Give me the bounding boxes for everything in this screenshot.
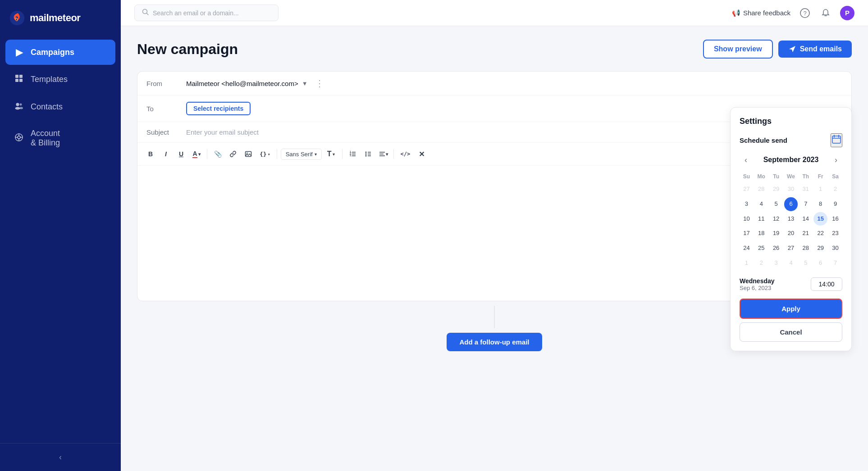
calendar-day[interactable]: 5: [769, 197, 783, 211]
variables-button[interactable]: {}▾: [257, 147, 273, 161]
user-avatar[interactable]: P: [840, 6, 854, 20]
attachment-button[interactable]: 📎: [211, 147, 224, 161]
svg-rect-2: [19, 75, 23, 78]
calendar-day[interactable]: 11: [754, 212, 768, 226]
search-bar[interactable]: Search an email or a domain...: [134, 5, 279, 21]
image-button[interactable]: [242, 147, 255, 161]
selected-date-text: Wednesday Sep 6, 2023: [740, 277, 775, 291]
topbar: Search an email or a domain... 📢 Share f…: [121, 0, 868, 26]
from-selector[interactable]: Mailmeteor <hello@mailmeteor.com> ▼: [186, 80, 308, 87]
calendar-day[interactable]: 9: [828, 197, 842, 211]
add-followup-button[interactable]: Add a follow-up email: [447, 333, 542, 351]
align-button[interactable]: ▾: [377, 147, 390, 161]
calendar-day: 2: [828, 182, 842, 196]
svg-point-5: [16, 103, 19, 106]
code-button[interactable]: </>: [397, 147, 413, 161]
calendar-day[interactable]: 27: [784, 241, 798, 255]
calendar-day[interactable]: 23: [828, 226, 842, 240]
calendar-day[interactable]: 15: [813, 212, 827, 226]
to-label: To: [146, 105, 179, 113]
calendar-day[interactable]: 3: [740, 197, 754, 211]
show-preview-button[interactable]: Show preview: [703, 40, 773, 59]
calendar-day[interactable]: 24: [740, 241, 754, 255]
calendar-day[interactable]: 6: [784, 197, 798, 211]
selected-datetime: Wednesday Sep 6, 2023: [740, 277, 842, 291]
calendar-day[interactable]: 8: [813, 197, 827, 211]
sidebar-item-campaigns[interactable]: ▶ Campaigns: [5, 40, 115, 65]
svg-point-29: [365, 154, 367, 155]
calendar-day[interactable]: 4: [754, 197, 768, 211]
svg-text:3.: 3.: [350, 154, 352, 157]
send-emails-button[interactable]: Send emails: [778, 41, 852, 58]
calendar-day: 1: [813, 182, 827, 196]
sidebar-item-templates[interactable]: Templates: [5, 67, 115, 92]
dropdown-arrow-icon: ▼: [302, 80, 308, 87]
calendar-day: 3: [769, 256, 783, 270]
calendar-day: 1: [740, 256, 754, 270]
link-button[interactable]: [226, 147, 240, 161]
cancel-button[interactable]: Cancel: [740, 322, 842, 342]
calendar-day[interactable]: 22: [813, 226, 827, 240]
svg-point-30: [365, 155, 367, 157]
svg-rect-37: [832, 136, 841, 143]
unordered-list-button[interactable]: [361, 147, 375, 161]
page-header: New campaign Show preview Send emails: [137, 40, 852, 59]
calendar-day-header: Su: [740, 172, 754, 181]
contacts-icon: [14, 101, 24, 113]
help-button[interactable]: ?: [799, 7, 811, 19]
ordered-list-button[interactable]: 1.2.3.: [346, 147, 360, 161]
svg-line-16: [147, 14, 149, 15]
calendar-month-label: September 2023: [763, 156, 819, 164]
more-options-button[interactable]: ⋮: [315, 78, 324, 89]
svg-point-6: [15, 107, 20, 110]
sidebar-collapse-button[interactable]: ‹: [0, 443, 121, 471]
subject-placeholder: Enter your email subject: [186, 128, 259, 136]
color-picker-arrow: ▾: [198, 152, 201, 157]
calendar-day[interactable]: 12: [769, 212, 783, 226]
calendar-day[interactable]: 26: [769, 241, 783, 255]
calendar-day[interactable]: 28: [799, 241, 813, 255]
calendar-day: 27: [740, 182, 754, 196]
settings-title: Settings: [740, 117, 842, 126]
svg-rect-3: [15, 79, 18, 82]
calendar-day[interactable]: 14: [799, 212, 813, 226]
calendar-day[interactable]: 10: [740, 212, 754, 226]
toolbar-separator-3: [342, 149, 343, 159]
apply-button[interactable]: Apply: [740, 299, 842, 319]
sidebar-item-contacts[interactable]: Contacts: [5, 94, 115, 120]
calendar-day[interactable]: 30: [828, 241, 842, 255]
calendar-day[interactable]: 25: [754, 241, 768, 255]
clear-format-button[interactable]: ✕: [415, 147, 428, 161]
calendar-toggle-button[interactable]: [831, 133, 842, 147]
chevron-left-icon: ‹: [59, 453, 62, 462]
share-feedback-button[interactable]: 📢 Share feedback: [732, 9, 790, 17]
selected-date-label: Sep 6, 2023: [740, 285, 775, 291]
text-color-button[interactable]: A ▾: [190, 147, 203, 161]
italic-button[interactable]: I: [159, 147, 173, 161]
from-label: From: [146, 80, 179, 87]
calendar-day[interactable]: 13: [784, 212, 798, 226]
calendar-day[interactable]: 17: [740, 226, 754, 240]
calendar-day[interactable]: 18: [754, 226, 768, 240]
calendar-day[interactable]: 21: [799, 226, 813, 240]
calendar-day[interactable]: 29: [813, 241, 827, 255]
select-recipients-button[interactable]: Select recipients: [186, 102, 251, 115]
underline-button[interactable]: U: [174, 147, 188, 161]
calendar-day[interactable]: 7: [799, 197, 813, 211]
text-size-button[interactable]: T ▾: [324, 148, 339, 160]
sidebar-item-account-billing[interactable]: Account & Billing: [5, 122, 115, 155]
bold-button[interactable]: B: [144, 147, 157, 161]
font-family-selector[interactable]: Sans Serif ▾: [281, 149, 322, 160]
calendar-day[interactable]: 20: [784, 226, 798, 240]
sidebar-nav: ▶ Campaigns Templates Contacts Account &…: [0, 40, 121, 443]
settings-panel: Settings Schedule send ‹ September 2023 …: [730, 107, 852, 351]
calendar-next-button[interactable]: ›: [830, 154, 842, 166]
calendar-day[interactable]: 16: [828, 212, 842, 226]
calendar-day[interactable]: 19: [769, 226, 783, 240]
calendar-day: 30: [784, 182, 798, 196]
time-input[interactable]: [811, 277, 842, 291]
toolbar-separator-1: [207, 149, 207, 159]
calendar-day-header: Fr: [813, 172, 827, 181]
notifications-button[interactable]: [819, 7, 832, 19]
calendar-prev-button[interactable]: ‹: [740, 154, 752, 166]
